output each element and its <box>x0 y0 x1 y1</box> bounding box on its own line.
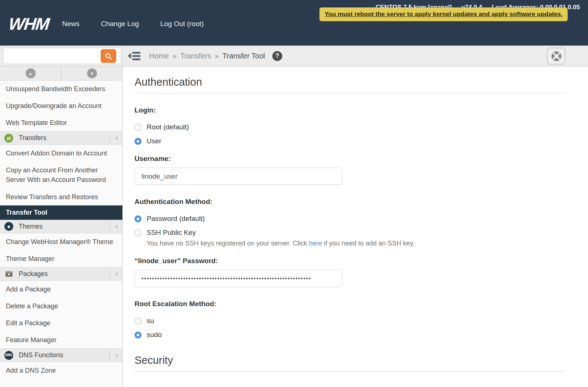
sidebar-item-convert-addon-domain[interactable]: Convert Addon Domain to Account <box>0 145 122 162</box>
username-input[interactable] <box>135 168 342 185</box>
radio-button[interactable] <box>135 124 141 131</box>
root-escalation-label: Root Escalation Method: <box>135 300 565 308</box>
sidebar-section-dns-functions[interactable]: DNS DNS Functions ∨ <box>0 348 122 362</box>
divider <box>110 222 110 231</box>
search-button[interactable] <box>101 49 116 63</box>
sidebar-item-edit-a-package[interactable]: Edit a Package <box>0 315 122 332</box>
breadcrumb-separator: » <box>172 52 176 60</box>
top-bar: CENTOS 7.5 kvm [cpanel] v74.0.4 Load Ave… <box>0 0 588 46</box>
authentication-heading: Authentication <box>135 76 565 88</box>
sidebar-search <box>0 46 122 66</box>
scroll-down-button[interactable]: ▼ <box>61 67 122 80</box>
packages-icon <box>4 269 13 278</box>
ssh-key-note: You have no SSH keys registered on your … <box>147 240 565 247</box>
sidebar-item-upgrade-downgrade-account[interactable]: Upgrade/Downgrade an Account <box>0 97 122 114</box>
radio-root[interactable]: Root (default) <box>135 123 565 131</box>
chevron-down-icon[interactable]: ∨ <box>115 352 119 359</box>
collapse-sidebar-icon[interactable] <box>128 52 140 60</box>
security-heading: Security <box>135 354 565 366</box>
chevron-down-icon[interactable]: ∨ <box>115 223 119 230</box>
password-input[interactable] <box>135 270 342 287</box>
chevron-down-icon[interactable]: ∨ <box>115 270 119 277</box>
sidebar-item-theme-manager[interactable]: Theme Manager <box>0 250 122 267</box>
nav-change-log[interactable]: Change Log <box>101 20 139 28</box>
sidebar-item-change-whm-theme[interactable]: Change WebHost Manager® Theme <box>0 233 122 250</box>
sidebar-item-web-template-editor[interactable]: Web Template Editor <box>0 114 122 131</box>
themes-icon: ◆ <box>4 222 13 231</box>
breadcrumb-separator: » <box>215 52 219 60</box>
arrow-down-icon: ▼ <box>87 68 97 78</box>
radio-button[interactable] <box>135 332 141 338</box>
username-label: Username: <box>135 155 565 163</box>
password-label: “linode_user” Password: <box>135 257 565 265</box>
sidebar-item-review-transfers[interactable]: Review Transfers and Restores <box>0 189 122 205</box>
sidebar-item-add-a-dns-zone[interactable]: Add a DNS Zone <box>0 362 122 379</box>
arrow-up-icon: ▲ <box>26 68 36 78</box>
life-ring-icon <box>551 50 562 62</box>
radio-button[interactable] <box>135 138 141 145</box>
main-content: Authentication Login: Root (default) Use… <box>123 67 588 387</box>
menu-bars-icon <box>132 52 140 60</box>
transfers-icon: ⇄ <box>4 134 13 143</box>
sidebar-menu: Unsuspend Bandwidth Exceeders Upgrade/Do… <box>0 80 122 379</box>
sidebar-section-themes[interactable]: ◆ Themes ∨ <box>0 220 122 233</box>
divider <box>135 93 565 93</box>
sidebar: ▲ ▼ Unsuspend Bandwidth Exceeders Upgrad… <box>0 67 123 387</box>
sidebar-item-transfer-tool-selected[interactable]: Transfer Tool <box>0 205 122 220</box>
radio-su[interactable]: su <box>135 317 565 325</box>
radio-button[interactable] <box>135 215 141 222</box>
divider <box>110 351 110 360</box>
radio-button[interactable] <box>135 229 141 236</box>
sidebar-scroll-controls: ▲ ▼ <box>0 67 122 80</box>
breadcrumb-current-page: Transfer Tool <box>222 52 265 60</box>
radio-ssh-public-key[interactable]: SSH Public Key <box>135 229 565 237</box>
auth-method-label: Authentication Method: <box>135 198 565 206</box>
nav-news[interactable]: News <box>62 20 80 28</box>
sidebar-section-transfers[interactable]: ⇄ Transfers ∨ <box>0 131 122 145</box>
ssh-key-here-link[interactable]: here <box>309 240 322 247</box>
support-button[interactable] <box>547 48 565 64</box>
radio-user[interactable]: User <box>135 137 565 145</box>
radio-button[interactable] <box>135 318 141 325</box>
sidebar-item-add-a-package[interactable]: Add a Package <box>0 281 122 298</box>
help-icon[interactable]: ? <box>272 51 282 61</box>
breadcrumb-bar: Home » Transfers » Transfer Tool ? <box>0 46 588 67</box>
nav-log-out[interactable]: Log Out (root) <box>160 20 204 28</box>
breadcrumb-transfers[interactable]: Transfers <box>180 52 211 60</box>
divider <box>135 371 565 372</box>
left-arrow-icon <box>128 53 131 59</box>
radio-sudo[interactable]: sudo <box>135 331 565 339</box>
sidebar-item-copy-account[interactable]: Copy an Account From Another Server With… <box>0 162 122 188</box>
radio-password[interactable]: Password (default) <box>135 215 565 223</box>
dns-icon: DNS <box>4 351 13 360</box>
divider <box>110 269 110 278</box>
breadcrumb-home[interactable]: Home <box>149 52 169 60</box>
divider <box>110 134 110 143</box>
chevron-down-icon[interactable]: ∨ <box>115 135 119 141</box>
reboot-alert-banner[interactable]: You must reboot the server to apply kern… <box>319 7 568 21</box>
scroll-up-button[interactable]: ▲ <box>0 67 61 80</box>
top-nav: News Change Log Log Out (root) <box>62 20 204 28</box>
breadcrumb: Home » Transfers » Transfer Tool ? <box>149 51 282 61</box>
login-label: Login: <box>135 106 565 114</box>
sidebar-item-feature-manager[interactable]: Feature Manager <box>0 332 122 348</box>
search-icon <box>105 53 112 60</box>
sidebar-item-unsuspend-bandwidth-exceeders[interactable]: Unsuspend Bandwidth Exceeders <box>0 80 122 97</box>
sidebar-section-packages[interactable]: Packages ∨ <box>0 267 122 281</box>
sidebar-item-delete-a-package[interactable]: Delete a Package <box>0 298 122 315</box>
whm-logo: WHM <box>8 14 50 34</box>
